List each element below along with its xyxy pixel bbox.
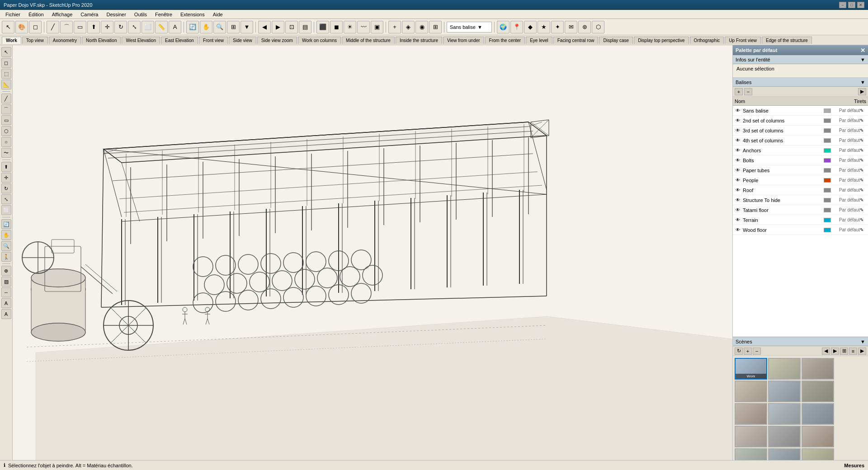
scene-refresh[interactable]: ↻ [735,348,743,355]
scene-thumbnail[interactable] [802,426,834,447]
lt-move[interactable]: ✛ [1,173,11,183]
scene-tab-east-elevation[interactable]: East Elevation [161,37,198,44]
maximize-button[interactable]: □ [848,2,855,8]
zoom-dropdown[interactable]: ▼ [241,21,253,33]
balise-edit[interactable]: ✎ [860,158,866,163]
balise-row[interactable]: 👁 Wood floor Par défaut ✎ [733,225,868,235]
scene-tab-eye-level[interactable]: Eye level [526,37,552,44]
scene-thumbnail[interactable] [768,358,801,380]
minimize-button[interactable]: – [839,2,846,8]
select-tool[interactable]: ↖ [2,21,14,33]
component[interactable]: ◈ [402,21,415,33]
scene-tab-from-the-center[interactable]: From the center [485,37,525,44]
lt-walk[interactable]: 🚶 [1,252,11,262]
scale-tool[interactable]: ⤡ [128,21,141,33]
menu-dessiner[interactable]: Dessiner [103,11,129,18]
line-tool[interactable]: ╱ [47,21,59,33]
section-cut[interactable]: ◼ [330,21,343,33]
lt-rect[interactable]: ▭ [1,115,11,125]
scene-tab-side-view-zoom[interactable]: Side view zoom [257,37,297,44]
menu-fichier[interactable]: Fichier [2,11,24,18]
balise-row[interactable]: 👁 4th set of columns Par défaut ✎ [733,136,868,146]
parallel-proj[interactable]: ▤ [299,21,311,33]
balise-visibility[interactable]: 👁 [735,197,741,203]
balise-options[interactable]: ▶ [858,88,866,95]
balise-row[interactable]: 👁 Sans balise Par défaut ✎ [733,106,868,116]
scene-tab-orthographic[interactable]: Orthographic [690,37,724,44]
shadows[interactable]: ☀ [344,21,356,33]
scene-thumbnail[interactable] [735,448,767,460]
pan-tool[interactable]: ✋ [200,21,212,33]
scene-tab-west-elevation[interactable]: West Elevation [122,37,160,44]
balise-edit[interactable]: ✎ [860,188,866,193]
edge-style[interactable]: ▣ [371,21,383,33]
scene-thumbnail[interactable] [768,403,801,425]
scene-thumbnail[interactable] [768,426,801,447]
scene-tab-front-view[interactable]: Front view [199,37,228,44]
balises-header[interactable]: Balises ▼ [733,78,868,87]
scene-tab-top-view[interactable]: Top view [22,37,48,44]
palette-close[interactable]: ✕ [860,47,865,54]
offset-tool[interactable]: ⬜ [142,21,154,33]
lt-pan[interactable]: ✋ [1,230,11,240]
lt-erase[interactable]: ◻ [1,58,11,68]
zoom-tool[interactable]: 🔍 [213,21,226,33]
balise-row[interactable]: 👁 Terrain Par défaut ✎ [733,215,868,225]
lt-measure[interactable]: 📐 [1,80,11,89]
scene-thumbnail[interactable] [802,381,834,402]
balise-row[interactable]: 👁 People Par défaut ✎ [733,175,868,185]
lt-arc[interactable]: ⌒ [1,104,11,114]
balise-edit[interactable]: ✎ [860,128,866,133]
balise-visibility[interactable]: 👁 [735,177,741,183]
scene-tab-inside-the-structure[interactable]: Inside the structure [396,37,442,44]
balise-edit[interactable]: ✎ [860,138,866,143]
scene-tab-facing-central-row[interactable]: Facing central row [553,37,599,44]
extension2[interactable]: ★ [538,21,550,33]
tape-tool[interactable]: 📏 [155,21,168,33]
balise-edit[interactable]: ✎ [860,148,866,153]
extension1[interactable]: ◆ [524,21,537,33]
menu-outils[interactable]: Outils [131,11,151,18]
eraser-tool[interactable]: ◻ [29,21,42,33]
scene-remove[interactable]: − [753,348,761,355]
balise-dropdown[interactable]: Sans balise ▼ [447,22,492,33]
scene-thumbnail[interactable] [802,403,834,425]
scene-thumbnail[interactable] [735,381,767,402]
extension4[interactable]: ✉ [565,21,577,33]
balise-visibility[interactable]: 👁 [735,137,741,144]
scene-tab-middle-of-the-structure[interactable]: Middle of the structure [342,37,395,44]
infos-section-header[interactable]: Infos sur l'entité ▼ [733,55,868,64]
scene-options[interactable]: ▶ [858,348,866,355]
scene-add[interactable]: + [744,348,752,355]
scene-tab-work[interactable]: Work [2,37,21,44]
scene-thumbnail[interactable] [768,381,801,402]
scene-thumbnail[interactable] [735,403,767,425]
lt-polygon[interactable]: ⬡ [1,126,11,136]
extension3[interactable]: ✦ [551,21,564,33]
push-tool[interactable]: ⬆ [87,21,100,33]
rect-tool[interactable]: ▭ [74,21,86,33]
balise-edit[interactable]: ✎ [860,217,866,222]
scene-thumbnail[interactable] [768,448,801,460]
scene-tab-north-elevation[interactable]: North Elevation [82,37,121,44]
balise-visibility[interactable]: 👁 [735,167,741,174]
balise-visibility[interactable]: 👁 [735,127,741,134]
scene-tab-display-case[interactable]: Display case [599,37,633,44]
lt-push[interactable]: ⬆ [1,162,11,172]
balise-edit[interactable]: ✎ [860,197,866,202]
scene-thumbnail[interactable] [802,448,834,460]
balise-visibility[interactable]: 👁 [735,147,741,154]
lt-paint[interactable]: ⬚ [1,69,11,79]
viewport[interactable] [13,45,732,460]
balise-add[interactable]: + [735,88,743,95]
lt-select[interactable]: ↖ [1,47,11,57]
scene-tab-view-from-under[interactable]: View from under [443,37,484,44]
lt-3dtext[interactable]: A [1,309,11,319]
standard-views[interactable]: ⊡ [285,21,298,33]
menu-aide[interactable]: Aide [209,11,226,18]
scenes-header[interactable]: Scènes ▼ [733,337,868,346]
lt-line[interactable]: ╱ [1,94,11,103]
balise-row[interactable]: 👁 2nd set of columns Par défaut ✎ [733,116,868,126]
extension5[interactable]: ⊛ [578,21,591,33]
balise-row[interactable]: 👁 Paper tubes Par défaut ✎ [733,165,868,175]
